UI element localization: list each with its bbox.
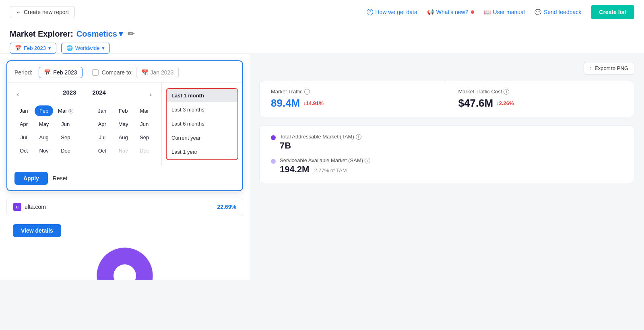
domain-favicon: u [13, 203, 21, 211]
export-label: Export to PNG [594, 65, 628, 71]
sam-info-icon[interactable]: i [365, 158, 370, 163]
month-sep-2024[interactable]: Sep [135, 132, 155, 143]
presets-panel: Last 1 month Last 3 months Last 6 months… [162, 82, 242, 166]
prev-year-button[interactable]: ‹ [14, 90, 21, 99]
traffic-value: 89.4M [271, 97, 300, 109]
globe-icon: 🌐 [66, 45, 73, 51]
compare-value-text: Jan 2023 [151, 69, 174, 76]
user-manual-label: User manual [493, 9, 525, 15]
sam-sub: 2.77% of TAM [314, 167, 347, 173]
sam-text: Serviceable Available Market (SAM) i 194… [280, 157, 370, 175]
month-jan-2023[interactable]: Jan [14, 105, 33, 116]
domain-name: ulta.com [25, 204, 46, 210]
export-button[interactable]: ↑ Export to PNG [584, 62, 634, 74]
month-oct-2023[interactable]: Oct [14, 145, 33, 156]
month-mar-2024[interactable]: Mar [135, 105, 155, 116]
traffic-stat-card: Market Traffic i 89.4M ↓14.91% [260, 81, 447, 117]
how-we-get-data-link[interactable]: ? How we get data [367, 9, 417, 15]
date-filter-chip[interactable]: 📅 Feb 2023 ▾ [10, 43, 56, 54]
left-months: Jan Feb Mar ⏱ Apr May Jun Jul Aug Sep Oc… [14, 105, 76, 156]
month-apr-2023[interactable]: Apr [14, 119, 33, 130]
market-size-section: Total Addressable Market (TAM) i 7B Serv… [259, 125, 634, 183]
compare-label: Compare to: [102, 69, 133, 76]
left-calendar: 2023 [63, 89, 76, 100]
top-nav-left: ← Create new report [10, 6, 75, 18]
tam-info-icon[interactable]: i [356, 134, 361, 140]
page-title: Market Explorer: Cosmetics ▾ ✏ [10, 29, 634, 39]
cost-info-icon[interactable]: i [504, 89, 509, 95]
month-may-2023[interactable]: May [35, 119, 53, 130]
calendar-months: ‹ 2023 2024 › [7, 82, 162, 166]
traffic-change: ↓14.91% [303, 100, 324, 106]
month-feb-2024[interactable]: Feb [114, 105, 133, 116]
compare-checkbox[interactable] [92, 69, 99, 76]
month-aug-2024[interactable]: Aug [114, 132, 133, 143]
chevron-down-icon-date: ▾ [48, 45, 51, 51]
reset-button[interactable]: Reset [53, 175, 68, 182]
month-dec-2023[interactable]: Dec [55, 145, 76, 156]
calendar-area: ‹ 2023 2024 › [7, 82, 242, 166]
month-jun-2024[interactable]: Jun [135, 119, 155, 130]
back-arrow-icon: ← [16, 9, 21, 15]
right-panel: ↑ Export to PNG Market Traffic i 89.4M ↓… [250, 54, 644, 280]
tam-value: 7B [280, 140, 361, 151]
cost-value: $47.6M [458, 97, 493, 109]
apply-button[interactable]: Apply [14, 172, 48, 185]
month-mar-2023[interactable]: Mar ⏱ [55, 105, 76, 116]
title-dropdown[interactable]: Cosmetics ▾ [76, 29, 123, 39]
month-oct-2024[interactable]: Oct [93, 145, 112, 156]
month-feb-2023[interactable]: Feb [35, 105, 53, 116]
month-jul-2024[interactable]: Jul [93, 132, 112, 143]
main-content: Period: 📅 Feb 2023 Compare to: 📅 Jan 202… [0, 54, 644, 280]
top-nav-right: ? How we get data 📢 What's new? 📖 User m… [367, 5, 635, 19]
preset-current-year[interactable]: Current year [167, 131, 237, 144]
title-main: Cosmetics [76, 29, 117, 39]
calendar-nav: ‹ 2023 2024 › [14, 89, 154, 100]
month-jul-2023[interactable]: Jul [14, 132, 33, 143]
region-chip-label: Worldwide [75, 45, 99, 51]
month-nov-2024: Nov [114, 145, 133, 156]
left-year: 2023 [63, 89, 76, 96]
domain-percentage: 22.69% [217, 204, 236, 210]
view-details-row: View details [0, 216, 250, 248]
traffic-info-icon[interactable]: i [304, 89, 310, 95]
tam-item: Total Addressable Market (TAM) i 7B [271, 134, 623, 151]
filter-row: 📅 Feb 2023 ▾ 🌐 Worldwide ▾ [10, 43, 634, 54]
preset-last-1-month[interactable]: Last 1 month [167, 89, 237, 102]
tam-type: Total Addressable Market (TAM) i [280, 134, 361, 140]
month-sep-2023[interactable]: Sep [55, 132, 76, 143]
month-apr-2024[interactable]: Apr [93, 119, 112, 130]
sam-dot [271, 159, 276, 164]
upload-icon: ↑ [590, 65, 592, 71]
right-months: Jan Feb Mar Apr May Jun Jul Aug Sep Oct [93, 105, 155, 156]
preset-last-1-year[interactable]: Last 1 year [167, 145, 237, 159]
period-label: Period: [14, 69, 32, 76]
compare-value-button[interactable]: 📅 Jan 2023 [136, 67, 179, 78]
back-button[interactable]: ← Create new report [10, 6, 75, 18]
month-aug-2023[interactable]: Aug [35, 132, 53, 143]
period-value-button[interactable]: 📅 Feb 2023 [39, 67, 82, 78]
right-calendar: 2024 [93, 89, 106, 100]
megaphone-icon: 📢 [427, 9, 434, 15]
region-filter-chip[interactable]: 🌐 Worldwide ▾ [61, 43, 110, 54]
month-nov-2023[interactable]: Nov [35, 145, 53, 156]
preset-last-6-months[interactable]: Last 6 months [167, 117, 237, 130]
period-value-text: Feb 2023 [53, 69, 77, 76]
create-list-button[interactable]: Create list [591, 5, 634, 19]
tam-dot [271, 135, 276, 140]
edit-icon[interactable]: ✏ [128, 29, 134, 39]
whats-new-link[interactable]: 📢 What's new? [427, 9, 474, 15]
user-manual-link[interactable]: 📖 User manual [484, 9, 525, 15]
sam-type: Serviceable Available Market (SAM) i [280, 157, 370, 163]
month-jan-2024[interactable]: Jan [93, 105, 112, 116]
month-may-2024[interactable]: May [114, 119, 133, 130]
chevron-down-icon: ▾ [119, 29, 123, 39]
preset-last-3-months[interactable]: Last 3 months [167, 103, 237, 116]
send-feedback-link[interactable]: 💬 Send feedback [535, 9, 581, 15]
view-details-button[interactable]: View details [13, 224, 61, 237]
next-year-button[interactable]: › [147, 90, 154, 99]
date-picker-panel: Period: 📅 Feb 2023 Compare to: 📅 Jan 202… [6, 60, 243, 191]
calendar-icon-compare: 📅 [141, 69, 148, 76]
month-jun-2023[interactable]: Jun [55, 119, 76, 130]
cost-value-row: $47.6M ↓2.26% [458, 97, 623, 109]
